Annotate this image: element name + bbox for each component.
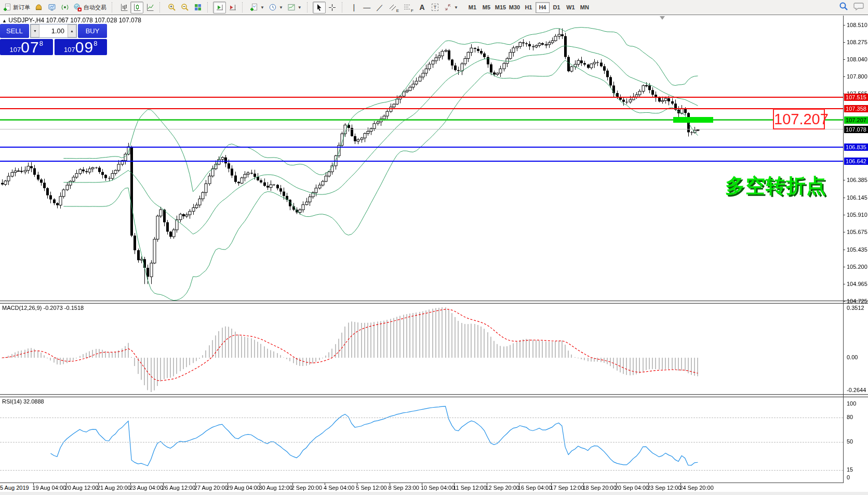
line-chart-button[interactable] (143, 2, 156, 14)
search-icon[interactable] (839, 2, 848, 11)
timeframe-button-d1[interactable]: D1 (550, 2, 564, 13)
toolbar-separator (159, 2, 163, 12)
horizontal-line-button[interactable]: — (360, 2, 373, 14)
macd-axis-max: 0.3512 (847, 305, 864, 311)
hline-107.358[interactable] (0, 108, 843, 109)
time-tick-label: 20 Sep 04:00 (615, 485, 649, 491)
turning-point-annotation[interactable]: 多空转折点 (725, 173, 826, 199)
channel-letter: E (396, 8, 399, 13)
rsi-label: RSI(14) 32.0888 (2, 398, 44, 405)
time-tick-label: 23 Aug 04:00 (129, 485, 163, 491)
buy-button[interactable]: BUY (78, 24, 107, 38)
price-tick-mark (843, 180, 845, 180)
buy-price-display[interactable]: 107 09 8 (55, 39, 108, 55)
vertical-line-button[interactable]: | (348, 2, 360, 14)
equidistant-channel-icon (389, 3, 397, 11)
chart-header: ▲ USDJPY-,H4 107.067 107.078 107.028 107… (2, 17, 141, 24)
templates-button[interactable]: ▼ (285, 2, 304, 14)
price-tick-label: 108.040 (847, 56, 867, 62)
autotrading-button[interactable]: 自动交易 (71, 2, 109, 14)
candlestick-chart-button[interactable] (130, 2, 143, 14)
label-button[interactable]: T (429, 2, 442, 14)
indicators-add-icon (250, 3, 258, 11)
toolbar-separator (342, 2, 345, 12)
text-icon: A (419, 4, 424, 11)
zoom-in-button[interactable] (165, 2, 178, 14)
text-label-icon: T (432, 4, 439, 11)
text-button[interactable]: A (416, 2, 429, 14)
fibonacci-button[interactable]: F (401, 2, 416, 14)
volume-input[interactable]: 1.00 (39, 24, 68, 37)
price-tick-label: 105.675 (847, 229, 867, 235)
auto-scroll-icon (216, 3, 224, 11)
new-order-button[interactable]: 新订单 (1, 2, 32, 14)
indicators-button[interactable]: ▼ (248, 2, 266, 14)
toolbar-separator (307, 2, 311, 12)
dropdown-caret-icon: ▼ (298, 5, 302, 10)
cursor-button[interactable] (313, 2, 326, 14)
price-tick-mark (843, 250, 845, 250)
dropdown-caret-icon: ▼ (279, 5, 283, 10)
timeframe-button-m15[interactable]: M15 (493, 2, 508, 13)
timeframe-button-m1[interactable]: M1 (465, 2, 479, 13)
volume-increase-button[interactable]: ▲ (68, 24, 76, 37)
time-tick-label: 5 Sep 12:00 (356, 485, 386, 491)
signals-button[interactable] (58, 2, 71, 14)
rsi-canvas[interactable] (0, 397, 843, 483)
bar-chart-button[interactable] (117, 2, 130, 14)
price-tick-label: 106.385 (847, 177, 867, 183)
rsi-axis-label-50: 50 (847, 438, 853, 445)
hline-106.835[interactable] (0, 147, 843, 148)
chat-icon[interactable] (853, 2, 864, 11)
support-highlight-bar[interactable] (673, 117, 713, 123)
channel-button[interactable]: E (386, 2, 401, 14)
chart-shift-icon (229, 3, 237, 11)
toolbar-separator (112, 2, 115, 12)
zoom-out-button[interactable] (178, 2, 191, 14)
time-tick-label: 17 Sep 12:00 (550, 485, 584, 491)
time-tick-label: 19 Aug 04:00 (32, 485, 66, 491)
panel-collapse-icon[interactable]: ▲ (2, 18, 7, 23)
crosshair-button[interactable] (326, 2, 339, 14)
timeframe-button-w1[interactable]: W1 (564, 2, 578, 13)
time-tick-label: 21 Aug 20:00 (97, 485, 131, 491)
trendline-button[interactable]: ／ (373, 2, 386, 14)
price-callout-label[interactable]: 107.207 (773, 109, 825, 129)
chart-shift-button[interactable] (226, 2, 239, 14)
hline-106.642[interactable] (0, 161, 843, 162)
macd-canvas[interactable] (0, 304, 843, 395)
auto-scroll-button[interactable] (213, 2, 226, 14)
sell-price-display[interactable]: 107 07 8 (0, 39, 53, 55)
chart-shift-marker[interactable] (660, 16, 665, 20)
timeframe-group: M1M5M15M30H1H4D1W1MN (465, 2, 592, 13)
time-tick-label: 2 Sep 20:00 (291, 485, 322, 491)
price-axis-flag-107.078: 107.078 (844, 126, 868, 133)
tile-windows-button[interactable] (191, 2, 204, 14)
zoom-in-icon (168, 3, 176, 11)
hline-107.515[interactable] (0, 97, 843, 98)
price-tick-label: 104.965 (847, 281, 867, 287)
autotrading-label: 自动交易 (84, 4, 106, 11)
arrows-button[interactable]: ▼ (442, 2, 460, 14)
timeframe-button-mn[interactable]: MN (578, 2, 592, 13)
history-button[interactable] (32, 2, 45, 14)
price-chart-canvas[interactable] (0, 16, 843, 301)
timeframe-button-m5[interactable]: M5 (479, 2, 493, 13)
price-tick-label: 105.910 (847, 212, 867, 218)
hline-107.207[interactable] (0, 119, 843, 121)
templates-icon (287, 3, 296, 11)
volume-decrease-button[interactable]: ▼ (31, 24, 39, 37)
charts-button[interactable] (45, 2, 58, 14)
fibonacci-icon (403, 3, 411, 11)
periods-button[interactable]: ▼ (266, 2, 285, 14)
price-axis-flag-106.835: 106.835 (844, 144, 868, 151)
toolbar-separator (242, 2, 246, 12)
time-tick-label: 5 Aug 2019 (0, 485, 29, 491)
timeframe-button-h4[interactable]: H4 (536, 2, 550, 13)
volume-stepper: ▼ 1.00 ▲ (30, 24, 77, 38)
timeframe-button-h1[interactable]: H1 (522, 2, 536, 13)
rsi-axis-label-0: 0 (847, 474, 850, 480)
timeframe-button-m30[interactable]: M30 (508, 2, 522, 13)
price-tick-label: 108.275 (847, 39, 867, 45)
sell-button[interactable]: SELL (0, 24, 29, 38)
